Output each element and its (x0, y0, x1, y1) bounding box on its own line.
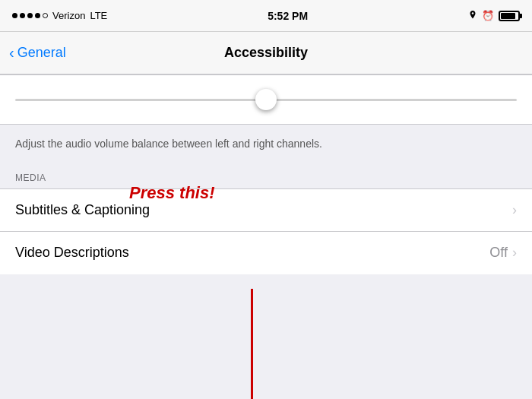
battery-icon (499, 11, 520, 21)
media-section-header: MEDIA (0, 164, 532, 188)
signal-dot-2 (20, 13, 25, 18)
status-left: Verizon LTE (12, 10, 107, 21)
description-text: Adjust the audio volume balance between … (15, 138, 322, 150)
page-title: Accessibility (224, 45, 308, 61)
settings-list: Press this! Subtitles & Captioning › Vid… (0, 188, 532, 274)
subtitles-captioning-row[interactable]: Press this! Subtitles & Captioning › (0, 189, 532, 232)
slider-line (15, 99, 517, 101)
location-icon (468, 11, 477, 21)
audio-balance-slider-section (0, 74, 532, 125)
video-descriptions-chevron-icon: › (512, 245, 517, 261)
back-button[interactable]: ‹ General (9, 45, 66, 61)
back-chevron-icon: ‹ (9, 45, 14, 60)
status-right: ⏰ (468, 10, 520, 21)
back-label: General (17, 45, 66, 61)
status-time: 5:52 PM (268, 10, 308, 22)
status-bar: Verizon LTE 5:52 PM ⏰ (0, 0, 532, 32)
signal-dots (12, 13, 48, 18)
video-descriptions-label: Video Descriptions (15, 245, 129, 261)
red-vertical-line (251, 289, 253, 399)
battery-fill (501, 13, 515, 19)
slider-track[interactable] (15, 89, 517, 110)
video-descriptions-value: Off (489, 245, 508, 261)
signal-dot-4 (35, 13, 40, 18)
subtitles-chevron-icon: › (512, 202, 517, 218)
signal-dot-1 (12, 13, 17, 18)
video-descriptions-row-right: Off › (489, 245, 517, 261)
description-section: Adjust the audio volume balance between … (0, 125, 532, 164)
video-descriptions-row[interactable]: Video Descriptions Off › (0, 232, 532, 274)
network-type: LTE (90, 10, 107, 21)
slider-thumb[interactable] (255, 89, 277, 110)
media-header-label: MEDIA (15, 173, 46, 183)
carrier-name: Verizon (52, 10, 85, 21)
subtitles-label: Subtitles & Captioning (15, 202, 150, 218)
signal-dot-3 (27, 13, 33, 18)
signal-dot-5 (43, 13, 48, 18)
nav-bar: ‹ General Accessibility (0, 32, 532, 74)
subtitles-row-right: › (512, 202, 517, 218)
alarm-icon: ⏰ (482, 10, 494, 21)
